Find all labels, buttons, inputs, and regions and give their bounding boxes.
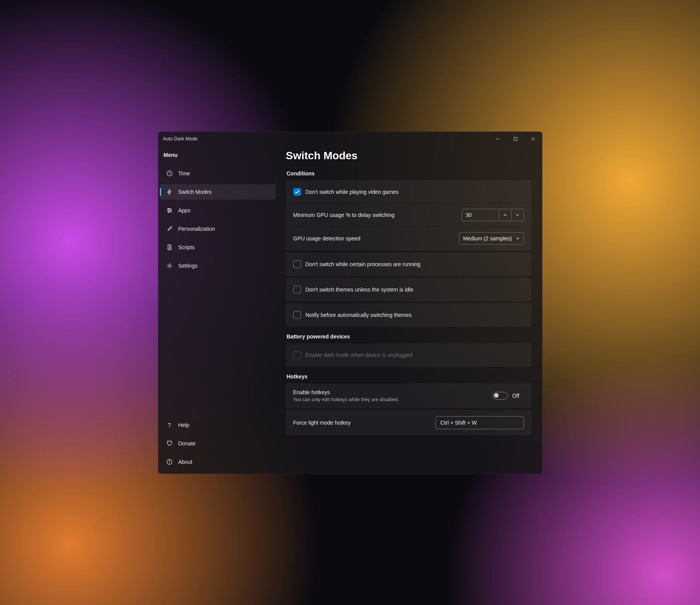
- row-unplugged[interactable]: Enable dark mode when device is unplugge…: [286, 344, 531, 366]
- card-conditions-games: Don't switch while playing video games M…: [286, 180, 531, 250]
- sidebar-item-label: Help: [178, 422, 190, 428]
- sidebar-item-label: Switch Modes: [178, 189, 212, 195]
- card-battery: Enable dark mode when device is unplugge…: [286, 343, 531, 367]
- gpu-speed-value: Medium (2 samples): [463, 235, 512, 242]
- gear-icon: [166, 262, 173, 269]
- card-conditions-processes: Don't switch while certain processes are…: [286, 253, 531, 276]
- row-enable-hotkeys-label: Enable hotkeys: [293, 389, 488, 395]
- checkbox-processes[interactable]: [293, 260, 301, 268]
- hotkey-force-light-input[interactable]: Ctrl + Shift + W: [436, 416, 524, 429]
- gpu-min-numbox[interactable]: [462, 209, 524, 221]
- row-notify[interactable]: Notify before automatically switching th…: [286, 304, 531, 326]
- row-force-light-label: Force light mode hotkey: [293, 420, 431, 426]
- svg-point-2: [168, 208, 169, 209]
- row-enable-hotkeys[interactable]: Enable hotkeys You can only edit hotkeys…: [286, 384, 531, 408]
- row-unplugged-label: Enable dark mode when device is unplugge…: [306, 352, 524, 358]
- row-games-label: Don't switch while playing video games: [306, 189, 524, 195]
- question-icon: [166, 422, 173, 428]
- row-processes[interactable]: Don't switch while certain processes are…: [286, 253, 531, 275]
- svg-rect-0: [514, 137, 517, 140]
- page-title: Switch Modes: [286, 150, 531, 162]
- sidebar-item-label: Scripts: [178, 244, 195, 250]
- window-title: Auto Dark Mode: [163, 136, 198, 142]
- svg-point-8: [169, 460, 170, 461]
- chevron-down-icon: [516, 235, 520, 242]
- section-conditions-title: Conditions: [287, 170, 531, 177]
- gpu-min-input[interactable]: [462, 209, 499, 221]
- checkbox-idle[interactable]: [293, 286, 301, 293]
- minimize-button[interactable]: [489, 132, 507, 146]
- content-area[interactable]: Switch Modes Conditions Don't switch whi…: [278, 146, 542, 473]
- card-hotkeys-enable: Enable hotkeys You can only edit hotkeys…: [286, 383, 531, 408]
- close-button[interactable]: [524, 132, 542, 146]
- svg-point-3: [170, 210, 171, 211]
- card-conditions-notify: Notify before automatically switching th…: [286, 303, 531, 327]
- sidebar-item-settings[interactable]: Settings: [160, 258, 276, 273]
- sidebar-item-about[interactable]: About: [160, 454, 276, 470]
- sidebar-item-label: Donate: [178, 440, 196, 447]
- section-hotkeys-title: Hotkeys: [287, 373, 531, 380]
- checkbox-games[interactable]: [293, 188, 301, 196]
- row-idle[interactable]: Don't switch themes unless the system is…: [286, 278, 531, 301]
- toggle-enable-hotkeys[interactable]: [492, 392, 508, 400]
- heart-icon: [166, 440, 173, 447]
- svg-point-6: [169, 426, 170, 427]
- app-window: Auto Dark Mode Menu Time: [158, 132, 542, 474]
- lightning-icon: [166, 188, 173, 195]
- clock-icon: [166, 170, 173, 177]
- card-hotkeys-force-light: Force light mode hotkey Ctrl + Shift + W: [286, 410, 531, 435]
- row-gpu-min-label: Minimum GPU usage % to delay switching: [293, 212, 457, 218]
- row-gpu-speed-label: GPU usage detection speed: [293, 235, 454, 242]
- row-notify-label: Notify before automatically switching th…: [306, 312, 524, 318]
- brush-icon: [166, 225, 173, 232]
- sidebar: Menu Time Switch Modes: [158, 146, 278, 473]
- sidebar-item-help[interactable]: Help: [160, 417, 276, 433]
- section-battery-title: Battery powered devices: [287, 333, 531, 340]
- checkbox-unplugged[interactable]: [293, 351, 301, 359]
- row-gpu-speed: GPU usage detection speed Medium (2 samp…: [286, 227, 531, 250]
- row-games[interactable]: Don't switch while playing video games: [286, 181, 531, 203]
- sidebar-item-scripts[interactable]: Scripts: [160, 240, 276, 255]
- sidebar-item-label: Apps: [178, 207, 191, 213]
- info-icon: [166, 458, 173, 465]
- spin-up-button[interactable]: [499, 209, 511, 221]
- svg-point-4: [168, 211, 169, 212]
- sidebar-item-donate[interactable]: Donate: [160, 436, 276, 451]
- menu-heading: Menu: [158, 148, 278, 164]
- maximize-button[interactable]: [507, 132, 524, 146]
- row-force-light: Force light mode hotkey Ctrl + Shift + W: [286, 411, 531, 435]
- svg-point-5: [168, 265, 170, 266]
- hotkey-force-light-value: Ctrl + Shift + W: [441, 420, 477, 426]
- row-gpu-min: Minimum GPU usage % to delay switching: [286, 203, 531, 227]
- card-conditions-idle: Don't switch themes unless the system is…: [286, 278, 531, 301]
- sliders-icon: [166, 207, 173, 214]
- row-enable-hotkeys-sub: You can only edit hotkeys while they are…: [293, 397, 488, 402]
- row-idle-label: Don't switch themes unless the system is…: [306, 287, 524, 293]
- sidebar-item-label: About: [178, 459, 193, 465]
- toggle-state-label: Off: [512, 393, 524, 399]
- sidebar-item-time[interactable]: Time: [160, 166, 276, 181]
- sidebar-item-switch-modes[interactable]: Switch Modes: [160, 184, 276, 200]
- spin-down-button[interactable]: [511, 209, 524, 221]
- document-icon: [166, 244, 173, 251]
- sidebar-item-apps[interactable]: Apps: [160, 203, 276, 218]
- gpu-speed-select[interactable]: Medium (2 samples): [459, 232, 524, 245]
- sidebar-item-label: Settings: [178, 263, 198, 269]
- titlebar[interactable]: Auto Dark Mode: [158, 132, 542, 146]
- sidebar-item-personalization[interactable]: Personalization: [160, 221, 276, 237]
- checkbox-notify[interactable]: [293, 311, 301, 319]
- row-processes-label: Don't switch while certain processes are…: [306, 261, 524, 267]
- sidebar-item-label: Personalization: [178, 226, 215, 232]
- sidebar-item-label: Time: [178, 170, 190, 177]
